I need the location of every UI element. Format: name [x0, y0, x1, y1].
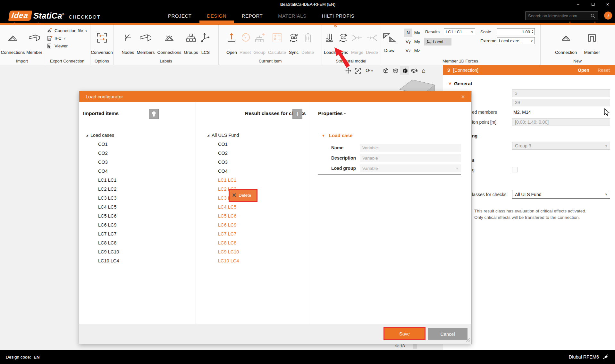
- tree-item[interactable]: LC8 LC8: [79, 238, 310, 247]
- labels-nodes-button[interactable]: Nodes: [120, 25, 135, 56]
- export-viewer-button[interactable]: Viewer: [47, 43, 88, 49]
- load-case-section-header[interactable]: ▼ Load case: [322, 133, 352, 138]
- labels-lcs-button[interactable]: LCS: [199, 25, 212, 56]
- result-classes-dropdown[interactable]: All ULS Fund∨: [512, 190, 610, 199]
- scale-spinner[interactable]: 1.00 ▲▼: [497, 28, 535, 35]
- maximize-button[interactable]: [586, 0, 600, 9]
- tree-item[interactable]: CO4: [79, 167, 310, 176]
- cancel-button[interactable]: Cancel: [428, 328, 468, 340]
- result-classes-tree: ◢All ULS Fund CO1 CO2 CO3 CO4 LC1 LC1 LC…: [79, 131, 310, 265]
- tree-item[interactable]: LC4 LC5: [79, 203, 310, 211]
- toggle-Vz[interactable]: Vz: [404, 46, 412, 55]
- spin-down-icon[interactable]: ▼: [532, 32, 534, 34]
- labels-members-button[interactable]: Members: [135, 25, 156, 56]
- group-dropdown[interactable]: Group 3∨: [512, 142, 610, 150]
- tree-item[interactable]: LC3 LC3: [79, 194, 310, 203]
- current-item-calculate-button: Calculate: [267, 25, 287, 56]
- view-hidden-lines-button[interactable]: [391, 66, 399, 75]
- tab-project[interactable]: PROJECT: [160, 9, 199, 23]
- scrollbar-nub[interactable]: [413, 344, 417, 349]
- tree-item[interactable]: LC6 LC9: [79, 220, 310, 229]
- close-button[interactable]: ✕: [600, 0, 615, 9]
- delete-item-button[interactable]: ✕ Delete: [229, 189, 257, 202]
- plugin-connector-icon: [602, 354, 609, 360]
- tree-item[interactable]: CO3: [79, 158, 310, 167]
- add-result-class-button[interactable]: +: [292, 109, 302, 119]
- rotate-view-button[interactable]: ⟳ ∨: [363, 66, 376, 75]
- tree-node-all-uls-fund[interactable]: ◢All ULS Fund: [79, 131, 310, 140]
- connections-icon: [7, 34, 19, 42]
- dialog-close-button[interactable]: ✕: [459, 93, 467, 100]
- tree-item[interactable]: LC9 LC10: [79, 247, 310, 256]
- member-beam-icon: [29, 34, 40, 42]
- import-connections-button[interactable]: ↓ Connections: [0, 25, 26, 56]
- save-button[interactable]: Save: [383, 327, 425, 340]
- view-solid-button[interactable]: [400, 66, 409, 75]
- general-section-header[interactable]: ∨ General: [449, 81, 472, 86]
- hint-bulb-button[interactable]: [149, 109, 159, 119]
- tree-item[interactable]: CO1: [79, 140, 310, 149]
- ribbon-group-member-1d-forces: Draw N Mx Vy My Vz Mz Results LC1 LC1∨ L…: [380, 25, 541, 65]
- new-connection-button[interactable]: + Connection: [554, 25, 578, 56]
- tree-item[interactable]: LC2 LC2: [79, 185, 310, 194]
- view-wireframe-button[interactable]: [381, 66, 390, 75]
- results-dropdown[interactable]: LC1 LC1∨: [444, 28, 475, 35]
- toggle-Vy[interactable]: Vy: [404, 37, 412, 46]
- tab-hilti-profis[interactable]: HILTI PROFIS: [314, 9, 362, 23]
- cube-shaded-icon: [392, 68, 398, 74]
- toggle-N[interactable]: N: [404, 29, 412, 37]
- info-badge[interactable]: i: [604, 12, 612, 20]
- export-ifc-button[interactable]: IFC IFC∨: [47, 35, 88, 41]
- extreme-dropdown[interactable]: Local extre...∨: [497, 37, 535, 44]
- panel-reset-button[interactable]: Reset: [598, 68, 610, 73]
- section-header-fragment-s: s: [472, 158, 475, 163]
- tree-item[interactable]: LC7 LC7: [79, 229, 310, 238]
- panel-open-button[interactable]: Open: [578, 68, 589, 73]
- connection-file-icon: [47, 28, 53, 33]
- export-connection-file-button[interactable]: Connection file∨: [47, 27, 88, 34]
- draw-button[interactable]: Draw: [382, 27, 397, 54]
- spin-up-icon[interactable]: ▲: [532, 29, 534, 32]
- option-checkbox[interactable]: [512, 167, 518, 172]
- dialog-titlebar[interactable]: Load configurator: [79, 91, 471, 102]
- load-group-underline: [318, 174, 461, 175]
- zoom-fit-icon[interactable]: [353, 66, 362, 75]
- home-view-button[interactable]: ⌂: [419, 66, 428, 75]
- name-field[interactable]: Variable: [360, 144, 461, 152]
- description-field[interactable]: Variable: [360, 154, 461, 162]
- tree-item[interactable]: LC10 LC4: [79, 256, 310, 265]
- tree-item[interactable]: LC1 LC1: [79, 176, 310, 185]
- labels-groups-button[interactable]: Groups: [183, 25, 199, 56]
- current-item-sync-button[interactable]: Sync: [287, 25, 300, 56]
- tree-item[interactable]: CO2: [79, 149, 310, 158]
- resize-grip[interactable]: [466, 338, 470, 343]
- scale-label: Scale: [480, 29, 491, 34]
- section-header-fragment-ng: ng: [472, 133, 477, 138]
- load-group-dropdown[interactable]: Variable ▼: [360, 164, 461, 172]
- toggle-My[interactable]: My: [413, 37, 421, 46]
- view-perspective-button[interactable]: [410, 66, 418, 75]
- local-axes-button[interactable]: Local: [424, 38, 451, 46]
- toggle-Mz[interactable]: Mz: [413, 46, 421, 55]
- new-member-profile-icon: [587, 34, 596, 42]
- toggle-Mx[interactable]: Mx: [413, 29, 421, 37]
- ribbon-group-labels: Nodes Members Connections: [114, 25, 219, 65]
- chevron-down-icon: ∨: [63, 37, 66, 40]
- new-member-button[interactable]: + Member: [583, 25, 601, 56]
- dialog-title: Load configurator: [86, 94, 123, 99]
- lcs-axes-icon: [201, 33, 210, 43]
- tab-report[interactable]: REPORT: [234, 9, 270, 23]
- tree-item[interactable]: LC5 LC6: [79, 211, 310, 220]
- search-box[interactable]: [525, 11, 598, 20]
- properties-header: Properties -: [318, 111, 346, 116]
- import-member-button[interactable]: ↓ Member: [26, 25, 43, 56]
- cube-wireframe-icon: [382, 68, 389, 74]
- expander-icon[interactable]: ◢: [207, 134, 212, 137]
- tab-design[interactable]: DESIGN: [199, 9, 234, 23]
- search-input[interactable]: [528, 13, 591, 18]
- minimize-button[interactable]: –: [571, 0, 586, 9]
- nodes-icon: [123, 33, 133, 42]
- current-item-open-button[interactable]: Open: [225, 25, 238, 56]
- conversion-button[interactable]: Conversion: [89, 25, 114, 56]
- labels-connections-button[interactable]: Connections: [156, 25, 182, 56]
